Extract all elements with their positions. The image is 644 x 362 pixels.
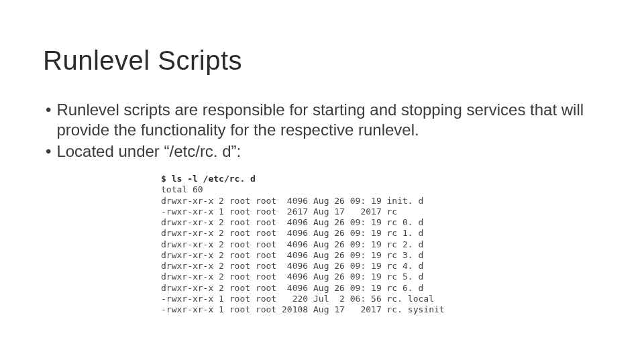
terminal-listing: drwxr-xr-x 2 root root 4096 Aug 26 09: 1… [161, 196, 445, 315]
terminal-output: $ ls -l /etc/rc. d total 60 drwxr-xr-x 2… [161, 174, 601, 315]
terminal-command: $ ls -l /etc/rc. d [161, 174, 256, 184]
bullet-list: • Runlevel scripts are responsible for s… [46, 100, 601, 162]
list-item-text: Located under “/etc/rc. d”: [56, 141, 601, 162]
list-item: • Runlevel scripts are responsible for s… [46, 100, 601, 140]
bullet-dot-icon: • [46, 141, 51, 162]
terminal-total-line: total 60 [161, 184, 203, 194]
page-title: Runlevel Scripts [43, 46, 601, 76]
list-item: • Located under “/etc/rc. d”: [46, 141, 601, 162]
slide: Runlevel Scripts • Runlevel scripts are … [0, 0, 644, 362]
bullet-dot-icon: • [46, 100, 51, 120]
list-item-text: Runlevel scripts are responsible for sta… [56, 100, 601, 140]
